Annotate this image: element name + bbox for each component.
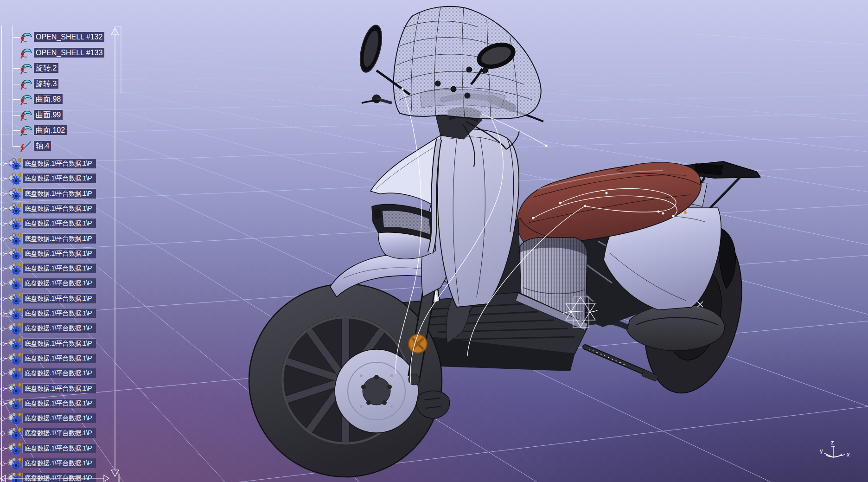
chassis-icon bbox=[7, 412, 21, 427]
tree-node-handle[interactable] bbox=[0, 282, 5, 286]
chassis-icon bbox=[7, 202, 21, 217]
chassis-icon bbox=[7, 247, 21, 262]
tree-item-label[interactable]: OPEN_SHELL #133 bbox=[34, 48, 104, 58]
tree-node-handle[interactable] bbox=[0, 431, 5, 436]
tree-connector bbox=[13, 37, 20, 38]
tree-item-label[interactable]: 底盘数据.1\平台数据.1\P bbox=[23, 308, 96, 318]
surface-icon bbox=[20, 31, 32, 45]
tree-node-handle[interactable] bbox=[0, 357, 5, 361]
tree-node-handle[interactable] bbox=[0, 417, 5, 421]
catia-window: z y x OPEN_SHELL #132OPEN_SHELL #133旋转.2… bbox=[0, 0, 868, 482]
surface-icon bbox=[20, 93, 32, 107]
chassis-icon bbox=[7, 382, 21, 397]
tree-item-label[interactable]: 旋转.3 bbox=[34, 79, 58, 89]
tree-connector bbox=[13, 99, 20, 100]
tree-item-label[interactable]: 底盘数据.1\平台数据.1\P bbox=[23, 413, 96, 423]
tree-connector bbox=[13, 146, 20, 147]
specification-tree[interactable]: OPEN_SHELL #132OPEN_SHELL #133旋转.2旋转.3曲面… bbox=[0, 0, 125, 482]
tree-item-label[interactable]: 曲面.102 bbox=[34, 125, 67, 135]
tree-node-handle[interactable] bbox=[0, 312, 5, 316]
tree-node-handle[interactable] bbox=[0, 237, 5, 241]
tree-item-label[interactable]: 底盘数据.1\平台数据.1\P bbox=[23, 368, 96, 378]
tree-item-label[interactable]: 底盘数据.1\平台数据.1\P bbox=[23, 294, 96, 303]
tree-node-handle[interactable] bbox=[0, 192, 5, 196]
tree-node-handle[interactable] bbox=[0, 402, 5, 406]
tree-item-label[interactable]: 底盘数据.1\平台数据.1\P bbox=[23, 443, 96, 453]
tree-node-handle[interactable] bbox=[0, 252, 5, 256]
tree-item-label[interactable]: 曲面.99 bbox=[34, 110, 63, 120]
3d-viewport[interactable]: z y x bbox=[0, 0, 868, 482]
tree-item-label[interactable]: 底盘数据.1\平台数据.1\P bbox=[23, 219, 96, 228]
chassis-icon bbox=[7, 307, 21, 322]
tree-node-handle[interactable] bbox=[0, 387, 5, 391]
tree-item-label[interactable]: 曲面.98 bbox=[34, 94, 63, 104]
axis-z-label: z bbox=[831, 439, 834, 446]
tree-node-handle[interactable] bbox=[0, 177, 5, 181]
chassis-icon bbox=[7, 397, 21, 412]
axis-icon bbox=[20, 140, 32, 154]
chassis-icon bbox=[7, 157, 21, 172]
tree-item-label[interactable]: 旋转.2 bbox=[34, 63, 58, 73]
tree-connector bbox=[13, 84, 20, 84]
chassis-icon bbox=[7, 337, 21, 352]
tree-connector bbox=[13, 68, 20, 69]
tree-connector bbox=[13, 130, 20, 131]
tree-node-handle[interactable] bbox=[0, 462, 5, 466]
tree-item-label[interactable]: 底盘数据.1\平台数据.1\P bbox=[23, 174, 96, 183]
tree-node-handle[interactable] bbox=[0, 342, 5, 346]
tree-node-handle[interactable] bbox=[0, 372, 5, 376]
orange-point[interactable] bbox=[684, 211, 687, 214]
brake-disc[interactable] bbox=[335, 349, 418, 433]
tree-item-label[interactable]: 底盘数据.1\平台数据.1\P bbox=[23, 398, 96, 408]
chassis-icon bbox=[7, 322, 21, 337]
tree-item-label[interactable]: 底盘数据.1\平台数据.1\P bbox=[23, 339, 96, 348]
tree-node-handle[interactable] bbox=[0, 297, 5, 301]
tree-item-label[interactable]: 底盘数据.1\平台数据.1\P bbox=[23, 458, 96, 468]
surface-icon bbox=[20, 78, 32, 92]
chassis-icon bbox=[7, 472, 21, 482]
tree-node-handle[interactable] bbox=[0, 207, 5, 211]
chassis-icon bbox=[7, 277, 21, 292]
axis-y-label: y bbox=[820, 447, 823, 454]
chassis-icon bbox=[7, 217, 21, 232]
tree-node-handle[interactable] bbox=[0, 447, 5, 451]
brake-caliper[interactable] bbox=[416, 391, 450, 418]
tree-item-label[interactable]: 底盘数据.1\平台数据.1\P bbox=[23, 159, 96, 168]
chassis-icon bbox=[7, 352, 21, 367]
chassis-icon bbox=[7, 442, 21, 457]
tree-item-label[interactable]: 轴.4 bbox=[34, 141, 51, 151]
tree-node-handle[interactable] bbox=[0, 327, 5, 331]
tree-item-label[interactable]: 底盘数据.1\平台数据.1\P bbox=[23, 263, 96, 273]
tree-node-handle[interactable] bbox=[0, 222, 5, 226]
chassis-icon bbox=[7, 232, 21, 247]
surface-icon bbox=[20, 109, 32, 123]
tree-trunk-branch bbox=[13, 26, 13, 147]
tree-item-label[interactable]: 底盘数据.1\平台数据.1\P bbox=[23, 428, 96, 438]
tree-item-label[interactable]: OPEN_SHELL #132 bbox=[34, 32, 104, 42]
chassis-icon bbox=[7, 367, 21, 382]
tree-connector bbox=[13, 115, 20, 116]
chassis-icon bbox=[7, 187, 21, 202]
tree-item-label[interactable]: 底盘数据.1\平台数据.1\P bbox=[23, 353, 96, 363]
chassis-icon bbox=[7, 262, 21, 277]
chassis-icon bbox=[7, 457, 21, 472]
tree-item-label[interactable]: 底盘数据.1\平台数据.1\P bbox=[23, 249, 96, 258]
tree-item-label[interactable]: 底盘数据.1\平台数据.1\P bbox=[23, 384, 96, 393]
tree-item-label[interactable]: 底盘数据.1\平台数据.1\P bbox=[23, 234, 96, 244]
axis-x-label: x bbox=[847, 451, 850, 458]
tree-connector bbox=[13, 53, 20, 53]
tree-item-label[interactable]: 底盘数据.1\平台数据.1\P bbox=[23, 278, 96, 288]
tree-node-handle[interactable] bbox=[0, 476, 5, 481]
tree-node-handle[interactable] bbox=[0, 162, 5, 166]
surface-icon bbox=[20, 124, 32, 138]
tree-item-label[interactable]: 底盘数据.1\平台数据.1\P bbox=[23, 204, 96, 213]
tree-item-label[interactable]: 底盘数据.1\平台数据.1\P bbox=[23, 189, 96, 199]
tree-node-handle[interactable] bbox=[0, 267, 5, 271]
tree-item-label[interactable]: 底盘数据.1\平台数据.1\P bbox=[23, 323, 96, 333]
chassis-icon bbox=[7, 292, 21, 307]
surface-icon bbox=[20, 47, 32, 61]
chassis-icon bbox=[7, 172, 21, 187]
surface-icon bbox=[20, 62, 32, 76]
tree-item-label[interactable]: 底盘数据.1\平台数据.1\P bbox=[23, 473, 96, 482]
chassis-icon bbox=[7, 427, 21, 442]
